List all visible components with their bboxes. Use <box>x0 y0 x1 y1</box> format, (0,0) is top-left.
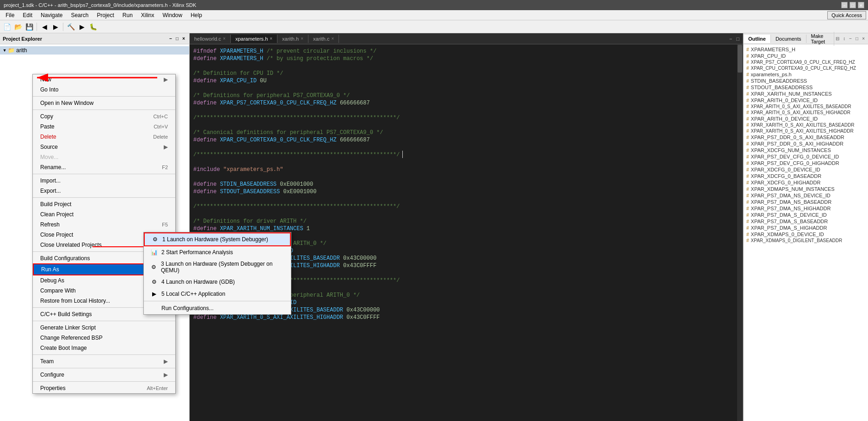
outline-item-8[interactable]: #XPAR_ARITH_0_DEVICE_ID <box>745 97 866 104</box>
quick-access-button[interactable]: Quick Access <box>827 11 866 19</box>
outline-maximize-icon[interactable]: □ <box>854 36 860 42</box>
scroll-thumb[interactable] <box>738 45 742 73</box>
outline-item-21[interactable]: #XPAR_XDCFG_0_HIGHADDR <box>745 179 866 186</box>
outline-sort-icon[interactable]: ↕ <box>842 36 847 42</box>
outline-item-27[interactable]: #XPAR_PS7_DMA_S_BASEADDR <box>745 218 866 225</box>
submenu-perf-analysis[interactable]: 📊 2 Start Performance Analysis <box>144 246 291 258</box>
menu-edit[interactable]: Edit <box>19 11 36 19</box>
menu-navigate[interactable]: Navigate <box>37 11 66 19</box>
submenu-local-cpp[interactable]: ▶ 5 Local C/C++ Application <box>144 288 291 300</box>
outline-item-5[interactable]: #STDIN_BASEADDRESS <box>745 78 866 84</box>
outline-item-10[interactable]: #XPAR_ARITH_0_S_AXI_AXILITES_HIGHADDR <box>745 110 866 116</box>
ctx-import[interactable]: Import... <box>33 176 175 186</box>
ctx-properties[interactable]: Properties Alt+Enter <box>33 383 175 393</box>
menu-file[interactable]: File <box>2 11 18 19</box>
submenu-launch-gdb[interactable]: ⚙ 4 Launch on Hardware (GDB) <box>144 276 291 288</box>
outline-item-24[interactable]: #XPAR_PS7_DMA_NS_BASEADDR <box>745 199 866 205</box>
outline-item-6[interactable]: #STDOUT_BASEADDRESS <box>745 84 866 91</box>
tree-item-arith[interactable]: ▼ 📁 arith <box>0 46 189 55</box>
outline-item-20[interactable]: #XPAR_XDCFG_0_BASEADDR <box>745 173 866 179</box>
ctx-build-project[interactable]: Build Project <box>33 199 175 209</box>
ctx-source[interactable]: Source ▶ <box>33 142 175 152</box>
submenu-launch-hw[interactable]: ⚙ 1 Launch on Hardware (System Debugger) <box>144 232 291 246</box>
tab-xarith-h[interactable]: xarith.h × <box>277 35 308 43</box>
toolbar-forward[interactable]: ▶ <box>50 22 61 32</box>
outline-item-26[interactable]: #XPAR_PS7_DMA_S_DEVICE_ID <box>745 212 866 218</box>
outline-item-11[interactable]: #XPAR_ARITH_0_DEVICE_ID <box>745 116 866 122</box>
menu-xilinx[interactable]: Xilinx <box>137 11 158 19</box>
close-button[interactable]: ✕ <box>858 2 864 8</box>
outline-item-1[interactable]: #XPAR_CPU_ID <box>745 53 866 59</box>
editor-maximize-icon[interactable]: □ <box>735 36 741 42</box>
tab-make-target[interactable]: Make Target <box>806 32 835 46</box>
ctx-copy[interactable]: Copy Ctrl+C <box>33 111 175 122</box>
outline-item-25[interactable]: #XPAR_PS7_DMA_NS_HIGHADDR <box>745 205 866 212</box>
ctx-rename[interactable]: Rename... F2 <box>33 162 175 172</box>
outline-item-15[interactable]: #XPAR_PS7_DDR_0_S_AXI_HIGHADDR <box>745 140 866 147</box>
outline-item-12[interactable]: #XPAR_XARITH_0_S_AXI_AXILITES_BASEADDR <box>745 122 866 128</box>
ctx-boot-image[interactable]: Create Boot Image <box>33 343 175 353</box>
outline-item-17[interactable]: #XPAR_PS7_DEV_CFG_0_DEVICE_ID <box>745 153 866 160</box>
toolbar-build[interactable]: 🔨 <box>66 22 76 32</box>
menu-window[interactable]: Window <box>159 11 186 19</box>
outline-item-3[interactable]: #XPAR_CPU_CORTEXA9_0_CPU_CLK_FREQ_HZ <box>745 65 866 71</box>
outline-item-29[interactable]: #XPAR_XDMAPS_0_DEVICE_ID <box>745 231 866 238</box>
submenu-run-configs[interactable]: Run Configurations... <box>144 302 291 314</box>
tab-xparameters[interactable]: xparameters.h × <box>231 35 277 43</box>
outline-collapse-icon[interactable]: ⊟ <box>834 36 841 42</box>
ctx-change-bsp[interactable]: Change Referenced BSP <box>33 333 175 343</box>
outline-item-7[interactable]: #XPAR_XARITH_NUM_INSTANCES <box>745 91 866 97</box>
outline-item-22[interactable]: #XPAR_XDMAPS_NUM_INSTANCES <box>745 186 866 192</box>
toolbar-save[interactable]: 💾 <box>24 22 34 32</box>
tab-documents[interactable]: Documents <box>771 35 806 43</box>
tab-helloworld[interactable]: helloworld.c × <box>190 35 231 43</box>
toolbar-run[interactable]: ▶ <box>77 22 87 32</box>
menu-project[interactable]: Project <box>93 11 117 19</box>
outline-item-13[interactable]: #XPAR_XARITH_0_S_AXI_AXILITES_HIGHADDR <box>745 128 866 134</box>
tab-xarith-c[interactable]: xarith.c × <box>308 35 339 43</box>
panel-close-button[interactable]: × <box>181 36 186 42</box>
outline-item-30[interactable]: #XPAR_XDMAPS_0_DIGILENT_BASEADDR <box>745 238 866 244</box>
maximize-button[interactable]: □ <box>850 2 856 8</box>
editor-scrollbar[interactable] <box>737 44 743 421</box>
menu-search[interactable]: Search <box>67 11 92 19</box>
outline-item-2[interactable]: #XPAR_PS7_CORTEXA9_0_CPU_CLK_FREQ_HZ <box>745 59 866 65</box>
tab-outline[interactable]: Outline <box>744 35 771 43</box>
outline-item-16[interactable]: #XPAR_XDCFG_NUM_INSTANCES <box>745 147 866 153</box>
panel-minimize-button[interactable]: − <box>168 36 173 42</box>
submenu-launch-qemu[interactable]: ⚙ 3 Launch on Hardware (System Debugger … <box>144 258 291 276</box>
ctx-refresh[interactable]: Refresh F5 <box>33 220 175 230</box>
outline-item-19[interactable]: #XPAR_XDCFG_0_DEVICE_ID <box>745 166 866 173</box>
toolbar-open[interactable]: 📂 <box>13 22 23 32</box>
editor-minimize-icon[interactable]: − <box>728 36 733 42</box>
ctx-linker-script[interactable]: Generate Linker Script <box>33 323 175 333</box>
ctx-configure[interactable]: Configure ▶ <box>33 370 175 380</box>
ctx-delete[interactable]: Delete Delete <box>33 132 175 142</box>
toolbar-new[interactable]: 📄 <box>2 22 12 32</box>
close-xarith-h-icon[interactable]: × <box>301 36 303 41</box>
outline-item-28[interactable]: #XPAR_PS7_DMA_S_HIGHADDR <box>745 225 866 231</box>
ctx-new[interactable]: New ▶ <box>33 74 175 85</box>
ctx-clean-project[interactable]: Clean Project <box>33 209 175 220</box>
ctx-team[interactable]: Team ▶ <box>33 356 175 366</box>
outline-item-23[interactable]: #XPAR_PS7_DMA_NS_DEVICE_ID <box>745 192 866 199</box>
ctx-export[interactable]: Export... <box>33 186 175 196</box>
outline-close-icon[interactable]: × <box>861 36 866 42</box>
ctx-open-window[interactable]: Open in New Window <box>33 98 175 108</box>
outline-minimize-icon[interactable]: − <box>848 36 853 42</box>
menu-help[interactable]: Help <box>187 11 206 19</box>
outline-item-0[interactable]: #XPARAMETERS_H <box>745 46 866 53</box>
panel-maximize-button[interactable]: □ <box>174 36 180 42</box>
close-xarith-c-icon[interactable]: × <box>331 36 334 41</box>
ctx-paste[interactable]: Paste Ctrl+V <box>33 122 175 132</box>
toolbar-back[interactable]: ◀ <box>39 22 49 32</box>
toolbar-debug[interactable]: 🐛 <box>88 22 98 32</box>
outline-item-4[interactable]: #xparameters_ps.h <box>745 71 866 78</box>
minimize-button[interactable]: − <box>841 2 848 8</box>
close-xparameters-icon[interactable]: × <box>270 36 272 41</box>
outline-item-9[interactable]: #XPAR_ARITH_0_S_AXI_AXILITES_BASEADDR <box>745 104 866 110</box>
ctx-go-into[interactable]: Go Into <box>33 85 175 95</box>
close-helloworld-icon[interactable]: × <box>223 36 226 41</box>
menu-run[interactable]: Run <box>119 11 136 19</box>
outline-item-14[interactable]: #XPAR_PS7_DDR_0_S_AXI_BASEADDR <box>745 134 866 140</box>
